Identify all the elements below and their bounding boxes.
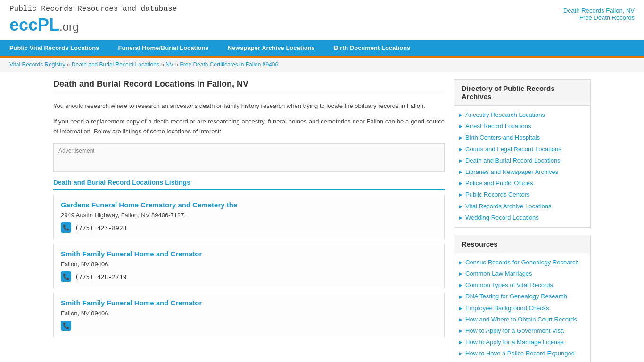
content-paragraph-1: You should research where to research an… xyxy=(53,101,445,111)
res-link-gov-visa[interactable]: How to Apply for a Government Visa xyxy=(465,327,564,335)
dir-link-arrest[interactable]: Arrest Record Locations xyxy=(465,122,531,131)
logo-pl: PL xyxy=(38,15,59,34)
page-title: Death and Burial Record Locations in Fal… xyxy=(53,79,445,89)
list-item: Vital Records Archive Locations xyxy=(454,201,590,212)
top-link-death-records[interactable]: Death Records Fallon, NV xyxy=(563,7,635,14)
listing-address-2: Fallon, NV 89406. xyxy=(61,261,437,268)
phone-icon-1: 📞 xyxy=(61,222,71,233)
dir-link-police[interactable]: Police and Public Offices xyxy=(465,179,533,188)
sidebar-resources-title: Resources xyxy=(454,235,590,253)
listings-header: Death and Burial Record Locations Listin… xyxy=(53,179,445,190)
top-links: Death Records Fallon, NV Free Death Reco… xyxy=(563,5,635,21)
sidebar-directory-title: Directory of Public Records Archives xyxy=(454,80,590,106)
list-item: How to Obtain a Copy of a Birth Certific… xyxy=(454,360,590,362)
sidebar-directory-list: Ancestry Research Locations Arrest Recor… xyxy=(454,106,590,227)
list-item: Arrest Record Locations xyxy=(454,121,590,132)
dir-link-ancestry[interactable]: Ancestry Research Locations xyxy=(465,111,545,119)
res-link-common-law[interactable]: Common Law Marriages xyxy=(465,270,532,278)
nav-funeral-home[interactable]: Funeral Home/Burial Locations xyxy=(108,40,218,56)
listing-address-1: 2949 Austin Highway, Fallon, NV 89406-71… xyxy=(61,212,437,219)
nav-newspaper-archive[interactable]: Newspaper Archive Locations xyxy=(218,40,324,56)
dir-link-libraries[interactable]: Libraries and Newspaper Archives xyxy=(465,168,558,176)
listing-name-3[interactable]: Smith Family Funeral Home and Cremator xyxy=(61,299,437,307)
listing-phone-3: 📞 xyxy=(61,321,437,331)
dir-link-vital-records[interactable]: Vital Records Archive Locations xyxy=(465,202,552,211)
list-item: DNA Testing for Genealogy Research xyxy=(454,291,590,302)
list-item: Police and Public Offices xyxy=(454,178,590,189)
breadcrumb-nv[interactable]: NV xyxy=(165,61,173,68)
listing-phone-2: 📞 (775) 428-2719 xyxy=(61,272,437,282)
sidebar: Directory of Public Records Archives Anc… xyxy=(454,79,591,362)
listing-card-2: Smith Family Funeral Home and Cremator F… xyxy=(53,244,445,288)
page-title-area: Death and Burial Record Locations in Fal… xyxy=(53,79,445,94)
listing-name-1[interactable]: Gardens Funeral Home Crematory and Cemet… xyxy=(61,201,437,209)
list-item: Common Types of Vital Records xyxy=(454,280,590,291)
breadcrumb-death-burial[interactable]: Death and Burial Record Locations xyxy=(72,61,159,68)
res-link-police-expunged[interactable]: How to Have a Police Record Expunged xyxy=(465,349,575,358)
sidebar-resources-box: Resources Census Records for Genealogy R… xyxy=(454,235,591,362)
ad-label: Advertisement xyxy=(58,148,95,154)
nav-vital-records[interactable]: Public Vital Records Locations xyxy=(0,40,108,56)
sidebar-directory-box: Directory of Public Records Archives Anc… xyxy=(454,79,591,228)
res-link-vital-types[interactable]: Common Types of Vital Records xyxy=(465,281,553,289)
res-link-dna[interactable]: DNA Testing for Genealogy Research xyxy=(465,292,567,301)
breadcrumb-current[interactable]: Free Death Certificates in Fallon 89406 xyxy=(180,61,278,68)
list-item: Libraries and Newspaper Archives xyxy=(454,166,590,178)
list-item: Wedding Record Locations xyxy=(454,212,590,223)
res-link-court-records[interactable]: How and Where to Obtain Court Records xyxy=(465,315,577,324)
logo-area: Public Records Resources and database ec… xyxy=(9,5,177,35)
site-tagline: Public Records Resources and database xyxy=(9,5,177,13)
list-item: How to Apply for a Government Visa xyxy=(454,325,590,337)
main-layout: Death and Burial Record Locations in Fal… xyxy=(44,72,600,362)
listing-phone-1: 📞 (775) 423-8928 xyxy=(61,222,437,233)
content-paragraph-2: If you need a replacement copy of a deat… xyxy=(53,117,445,137)
logo-ecc: ecc xyxy=(9,15,38,34)
res-link-marriage-license[interactable]: How to Apply for a Marriage License xyxy=(465,338,564,346)
breadcrumb-vital-registry[interactable]: Vital Records Registry xyxy=(9,61,66,68)
sidebar-resources-list: Census Records for Genealogy Research Co… xyxy=(454,253,590,362)
phone-icon-2: 📞 xyxy=(61,272,71,282)
top-bar: Public Records Resources and database ec… xyxy=(0,0,644,40)
listing-phone-number-1: (775) 423-8928 xyxy=(75,224,127,231)
content-text: You should research where to research an… xyxy=(53,101,445,136)
content-area: Death and Burial Record Locations in Fal… xyxy=(53,79,445,362)
listings-header-text: Death and Burial Record Locations Listin… xyxy=(53,179,190,186)
list-item: Death and Burial Record Locations xyxy=(454,155,590,166)
listing-name-2[interactable]: Smith Family Funeral Home and Cremator xyxy=(61,250,437,258)
list-item: How to Apply for a Marriage License xyxy=(454,337,590,348)
logo-text: eccPL.org xyxy=(9,15,177,35)
dir-link-public-records[interactable]: Public Records Centers xyxy=(465,190,530,199)
listing-card-3: Smith Family Funeral Home and Cremator F… xyxy=(53,293,445,337)
listing-address-3: Fallon, NV 89406. xyxy=(61,310,437,317)
list-item: Courts and Legal Record Locations xyxy=(454,144,590,155)
dir-link-birth[interactable]: Birth Centers and Hospitals xyxy=(465,133,540,142)
res-link-census[interactable]: Census Records for Genealogy Research xyxy=(465,258,579,267)
list-item: How and Where to Obtain Court Records xyxy=(454,314,590,325)
list-item: Public Records Centers xyxy=(454,189,590,200)
listing-card-1: Gardens Funeral Home Crematory and Cemet… xyxy=(53,195,445,239)
listing-phone-number-2: (775) 428-2719 xyxy=(75,273,127,280)
logo-org: .org xyxy=(59,20,79,33)
list-item: Birth Centers and Hospitals xyxy=(454,132,590,143)
list-item: How to Have a Police Record Expunged xyxy=(454,348,590,359)
breadcrumb: Vital Records Registry » Death and Buria… xyxy=(0,58,644,72)
res-link-employee[interactable]: Employee Background Checks xyxy=(465,304,549,313)
phone-icon-3: 📞 xyxy=(61,321,71,331)
list-item: Ancestry Research Locations xyxy=(454,109,590,121)
nav-birth-document[interactable]: Birth Document Locations xyxy=(324,40,420,56)
top-link-free-death[interactable]: Free Death Records xyxy=(563,14,635,21)
ad-box: Advertisement xyxy=(53,143,445,172)
dir-link-wedding[interactable]: Wedding Record Locations xyxy=(465,214,539,222)
nav-bar: Public Vital Records Locations Funeral H… xyxy=(0,40,644,58)
dir-link-courts[interactable]: Courts and Legal Record Locations xyxy=(465,145,561,154)
list-item: Census Records for Genealogy Research xyxy=(454,257,590,268)
list-item: Employee Background Checks xyxy=(454,303,590,314)
list-item: Common Law Marriages xyxy=(454,268,590,280)
dir-link-death[interactable]: Death and Burial Record Locations xyxy=(465,156,561,165)
